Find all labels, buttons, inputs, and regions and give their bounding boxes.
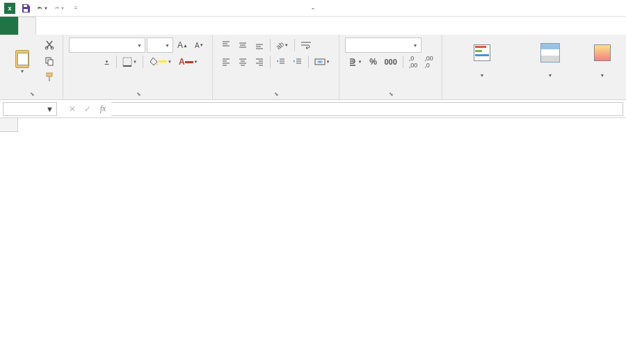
decrease-indent-button[interactable] [273, 54, 289, 69]
decrease-decimal-button[interactable]: ,00,0 [422, 54, 436, 69]
svg-rect-8 [123, 58, 131, 66]
group-styles: ▼ ▼ ▼ [442, 35, 626, 99]
ribbon: ▼ ⬊ ▼ ▼ A▲ A▼ ▼ [0, 35, 626, 100]
bold-button[interactable] [69, 54, 83, 69]
formula-bar: ▼ ✕ ✓ fx [0, 100, 626, 118]
svg-rect-7 [49, 76, 50, 81]
underline-button[interactable]: ▼ [99, 54, 113, 69]
format-as-table-button[interactable]: ▼ [518, 38, 582, 83]
title-bar: x ▼ ▼ ≡ - [0, 0, 626, 17]
ribbon-tabs [0, 17, 626, 35]
tab-data[interactable] [90, 17, 109, 35]
tab-home[interactable] [18, 17, 36, 35]
undo-button[interactable]: ▼ [36, 2, 49, 15]
align-middle-button[interactable] [235, 38, 250, 53]
font-name-select[interactable]: ▼ [69, 38, 145, 53]
align-left-button[interactable] [218, 54, 234, 69]
paste-button[interactable]: ▼ [6, 38, 39, 83]
group-clipboard: ▼ ⬊ [0, 35, 63, 99]
select-all-corner[interactable] [0, 118, 18, 132]
conditional-formatting-button[interactable]: ▼ [449, 38, 515, 83]
worksheet-grid [0, 118, 626, 364]
cancel-formula-button[interactable]: ✕ [65, 101, 79, 117]
orientation-button[interactable]: ab▼ [273, 38, 291, 53]
format-painter-button[interactable] [42, 69, 57, 85]
increase-font-button[interactable]: A▲ [175, 38, 191, 53]
currency-button[interactable]: ▼ [345, 54, 365, 69]
qat-customize-button[interactable]: ≡ [70, 2, 82, 15]
align-center-button[interactable] [235, 54, 250, 69]
percent-button[interactable]: % [366, 54, 380, 69]
font-color-button[interactable]: А▼ [176, 54, 201, 69]
align-right-button[interactable] [252, 54, 267, 69]
tab-page-layout[interactable] [54, 17, 72, 35]
quick-access-toolbar: x ▼ ▼ ≡ [0, 2, 82, 15]
tab-view[interactable] [127, 17, 145, 35]
excel-icon: x [4, 3, 15, 14]
align-bottom-button[interactable] [252, 38, 267, 53]
cell-styles-button[interactable]: ▼ [585, 38, 620, 83]
tab-file[interactable] [0, 17, 18, 35]
copy-button[interactable] [42, 53, 57, 69]
tab-review[interactable] [109, 17, 127, 35]
borders-button[interactable]: ▼ [120, 54, 140, 69]
italic-button[interactable] [84, 54, 98, 69]
group-alignment: ab▼ ▼ ⬊ [213, 35, 339, 99]
font-size-select[interactable]: ▼ [147, 38, 173, 53]
align-top-button[interactable] [218, 38, 234, 53]
svg-rect-1 [24, 9, 28, 12]
svg-rect-5 [48, 60, 53, 65]
tab-insert[interactable] [36, 17, 54, 35]
fill-color-button[interactable]: ▼ [146, 54, 175, 69]
group-font: ▼ ▼ A▲ A▼ ▼ ▼ ▼ А▼ ⬊ [63, 35, 213, 99]
increase-indent-button[interactable] [290, 54, 305, 69]
formula-input[interactable] [111, 102, 623, 116]
group-number: ▼ ▼ % 000 ,0,00 ,00,0 ⬊ [339, 35, 442, 99]
save-button[interactable] [19, 2, 32, 15]
number-format-select[interactable]: ▼ [345, 38, 422, 53]
insert-function-button[interactable]: fx [96, 101, 110, 117]
comma-style-button[interactable]: 000 [381, 54, 399, 69]
svg-rect-6 [47, 73, 52, 76]
merge-center-button[interactable]: ▼ [312, 54, 333, 69]
enter-formula-button[interactable]: ✓ [81, 101, 95, 117]
tab-formulas[interactable] [72, 17, 90, 35]
decrease-font-button[interactable]: A▼ [192, 38, 207, 53]
window-title: - [312, 3, 314, 13]
name-box[interactable]: ▼ [3, 102, 57, 116]
redo-button[interactable]: ▼ [53, 2, 65, 15]
wrap-text-button[interactable] [298, 38, 314, 53]
increase-decimal-button[interactable]: ,0,00 [406, 54, 421, 69]
cut-button[interactable] [42, 38, 57, 53]
svg-rect-0 [24, 5, 27, 7]
